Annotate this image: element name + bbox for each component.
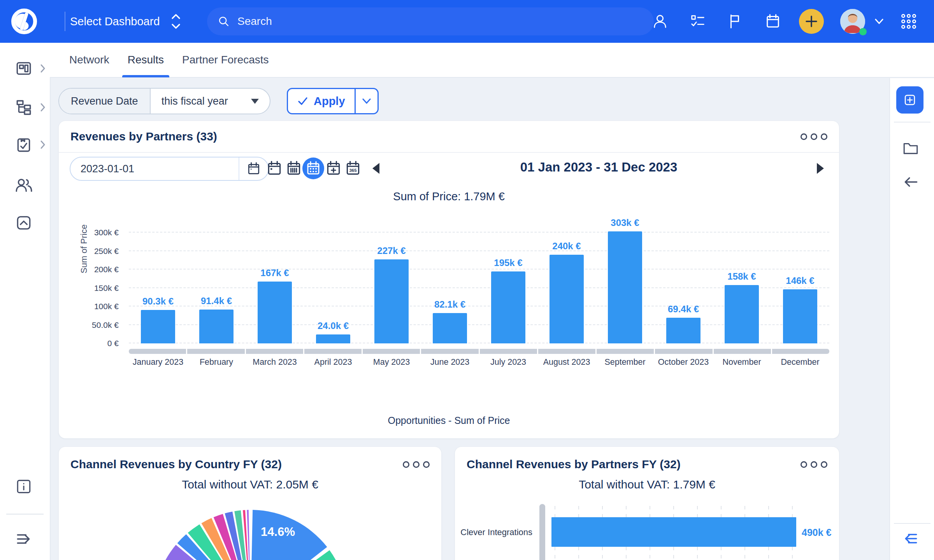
right-sidebar-divider [894, 523, 930, 524]
pie-slice[interactable] [251, 550, 346, 560]
bar-January 2023[interactable] [141, 310, 175, 343]
info-icon[interactable] [15, 478, 33, 495]
sidebar-item-import-icon[interactable] [15, 214, 33, 232]
x-axis-labels: January 2023FebruaryMarch 2023April 2023… [129, 357, 829, 367]
tab-label: Network [69, 54, 109, 66]
arrow-left-icon[interactable] [902, 173, 920, 191]
pie-slice[interactable] [165, 545, 251, 560]
dashboard-selector-label: Select Dashboard [70, 15, 160, 28]
bar-November[interactable] [725, 285, 759, 343]
account-chevron-down-icon[interactable] [874, 17, 884, 26]
bar-August 2023[interactable] [550, 255, 584, 343]
pie-slice[interactable] [177, 534, 251, 560]
apply-main[interactable]: Apply [288, 89, 356, 113]
bar-July 2023[interactable] [491, 271, 525, 343]
pie-slice[interactable] [234, 510, 251, 560]
tab-results[interactable]: Results [128, 42, 164, 77]
tab-network[interactable]: Network [69, 42, 109, 77]
bar-March 2023[interactable] [258, 282, 292, 343]
scrollbar-segment[interactable] [538, 349, 595, 354]
sidebar-item-pipeline-icon[interactable] [15, 98, 33, 116]
x-tick-label: October 2023 [654, 357, 713, 367]
sidebar-item-activities-icon[interactable] [15, 136, 33, 154]
tasks-icon[interactable] [690, 13, 706, 30]
granularity-day-icon[interactable] [264, 158, 284, 178]
pie-slice[interactable] [214, 514, 251, 560]
global-search[interactable] [207, 7, 654, 35]
card-menu-button[interactable] [403, 461, 430, 468]
scrollbar-segment[interactable] [714, 349, 771, 354]
sidebar-item-contacts-icon[interactable] [15, 176, 33, 194]
filter-value-select[interactable]: this fiscal year [151, 89, 270, 114]
scrollbar-segment[interactable] [129, 349, 186, 354]
scrollbar-segment[interactable] [480, 349, 537, 354]
add-widget-button[interactable] [896, 86, 923, 114]
scrollbar-segment[interactable] [772, 349, 829, 354]
scrollbar-segment[interactable] [363, 349, 420, 354]
bar-May 2023[interactable] [374, 259, 409, 343]
scrollbar-segment[interactable] [304, 349, 362, 354]
contacts-icon[interactable] [652, 13, 668, 30]
scrollbar-segment[interactable] [187, 349, 244, 354]
apply-button[interactable]: Apply [287, 88, 379, 114]
expand-sidebar-icon[interactable] [15, 530, 33, 548]
tab-label: Results [128, 54, 164, 66]
app-logo-icon[interactable] [11, 8, 38, 35]
calendar-icon[interactable] [765, 13, 781, 30]
pie-slice[interactable] [225, 511, 251, 560]
pie-slice[interactable] [202, 518, 251, 560]
prev-period-button[interactable] [372, 163, 379, 174]
app-grid-icon[interactable] [900, 13, 917, 30]
scrollbar-segment[interactable] [597, 349, 654, 354]
pie-slice[interactable] [243, 510, 251, 560]
apply-dropdown-button[interactable] [356, 89, 377, 113]
card-menu-button[interactable] [801, 133, 827, 140]
granularity-week-icon[interactable] [284, 158, 304, 178]
granularity-quarter-icon[interactable] [323, 158, 344, 178]
folder-icon[interactable] [902, 139, 920, 157]
card-title: Revenues by Partners (33) [70, 130, 217, 143]
pie-slice[interactable] [188, 524, 251, 560]
hbar-scrollbar[interactable] [539, 504, 545, 560]
pie-slice[interactable] [251, 510, 327, 560]
quick-add-button[interactable] [799, 9, 824, 34]
next-period-button[interactable] [817, 163, 824, 174]
plus-icon [805, 15, 818, 28]
sidebar-chevron-icon[interactable] [40, 102, 46, 112]
scrollbar-segment[interactable] [655, 349, 712, 354]
filter-value: this fiscal year [162, 95, 228, 107]
bar-June 2023[interactable] [433, 313, 467, 343]
search-input[interactable] [237, 15, 644, 28]
bar-December[interactable] [783, 289, 817, 343]
granularity-month-icon-selected[interactable] [302, 158, 324, 179]
bar-column: 195k € [479, 219, 537, 343]
collapse-panel-icon[interactable] [902, 530, 920, 548]
datepicker-calendar-icon[interactable] [239, 161, 268, 177]
x-tick-label: February [187, 357, 246, 367]
svg-text:365: 365 [349, 168, 357, 173]
bar-column: 82.1k € [421, 219, 479, 343]
chart-date-input[interactable] [70, 163, 239, 175]
scrollbar-thumb[interactable] [539, 504, 545, 560]
sidebar-item-dashboards-icon[interactable] [15, 60, 33, 77]
sidebar-chevron-icon[interactable] [40, 140, 46, 150]
bar-October 2023[interactable] [666, 318, 700, 343]
granularity-year-icon[interactable]: 365 [343, 158, 363, 178]
bar-September[interactable] [608, 231, 642, 343]
sidebar-chevron-icon[interactable] [40, 63, 46, 74]
x-tick-label: July 2023 [479, 357, 537, 367]
tab-partner-forecasts[interactable]: Partner Forecasts [182, 42, 269, 77]
pie-slice[interactable] [247, 510, 251, 560]
bar-April 2023[interactable] [316, 334, 350, 343]
scrollbar-segment[interactable] [421, 349, 478, 354]
scrollbar-segment[interactable] [246, 349, 303, 354]
y-tick-label: 0 € [107, 338, 119, 348]
bar-February[interactable] [199, 310, 234, 343]
revenue-date-filter[interactable]: Revenue Date this fiscal year [58, 88, 270, 114]
y-tick-label: 300k € [94, 228, 119, 238]
card-menu-button[interactable] [801, 461, 827, 468]
x-axis-scrollbar[interactable] [129, 349, 829, 354]
hbar-Clever Integrations[interactable] [551, 517, 796, 547]
flag-icon[interactable] [727, 13, 743, 30]
dashboard-selector[interactable]: Select Dashboard [70, 0, 181, 43]
